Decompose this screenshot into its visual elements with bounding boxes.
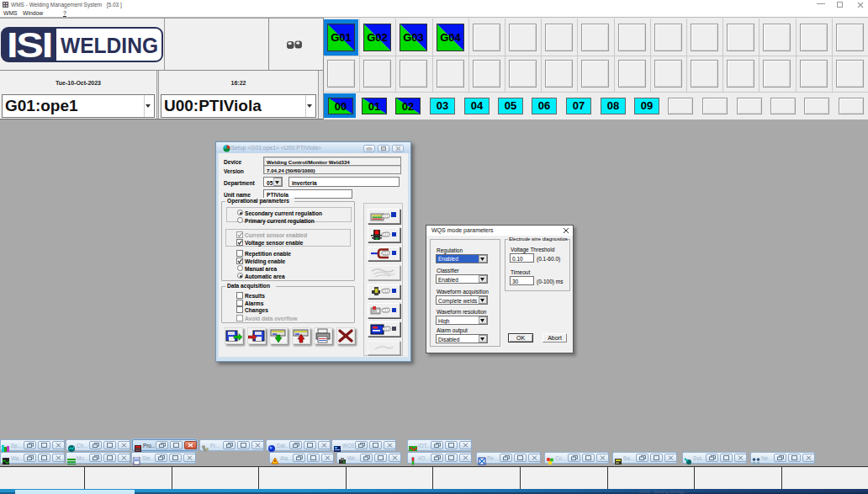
svg-text:WELDING: WELDING xyxy=(61,34,158,57)
svg-text:G01: G01 xyxy=(331,31,352,44)
svg-text:01: 01 xyxy=(368,99,380,112)
svg-text:02: 02 xyxy=(402,99,414,112)
svg-text:G02: G02 xyxy=(367,31,388,44)
svg-text:G03: G03 xyxy=(403,31,424,44)
svg-text:ISI: ISI xyxy=(7,27,51,62)
svg-text:00: 00 xyxy=(335,99,347,112)
svg-text:G04: G04 xyxy=(440,31,461,44)
